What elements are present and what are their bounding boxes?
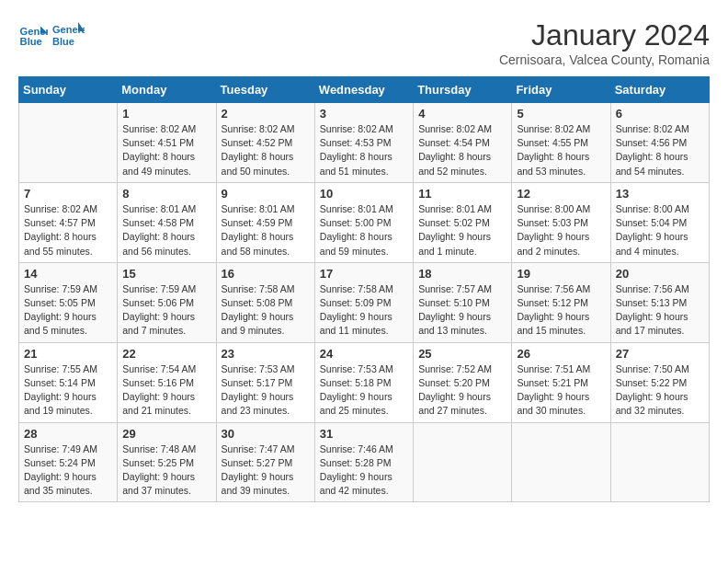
calendar-cell: 3 Sunrise: 8:02 AMSunset: 4:53 PMDayligh… [314,103,413,183]
day-info: Sunrise: 7:48 AMSunset: 5:25 PMDaylight:… [122,443,196,497]
header-sunday: Sunday [19,77,118,103]
week-row-4: 28 Sunrise: 7:49 AMSunset: 5:24 PMDaylig… [19,422,710,502]
day-number: 10 [320,187,408,201]
day-info: Sunrise: 7:51 AMSunset: 5:21 PMDaylight:… [517,363,590,417]
day-number: 2 [222,107,310,121]
day-info: Sunrise: 7:47 AMSunset: 5:27 PMDaylight:… [222,443,295,497]
day-info: Sunrise: 7:58 AMSunset: 5:09 PMDaylight:… [320,283,393,337]
calendar-cell: 27 Sunrise: 7:50 AMSunset: 5:22 PMDaylig… [610,342,709,422]
calendar-cell: 28 Sunrise: 7:49 AMSunset: 5:24 PMDaylig… [19,422,118,502]
day-number: 31 [320,427,408,441]
day-info: Sunrise: 8:01 AMSunset: 4:59 PMDaylight:… [222,203,295,257]
day-number: 5 [517,107,605,121]
calendar-cell: 16 Sunrise: 7:58 AMSunset: 5:08 PMDaylig… [216,262,314,342]
day-info: Sunrise: 7:55 AMSunset: 5:14 PMDaylight:… [24,363,97,417]
calendar-cell [19,103,118,183]
calendar-cell: 17 Sunrise: 7:58 AMSunset: 5:09 PMDaylig… [314,262,413,342]
day-info: Sunrise: 8:01 AMSunset: 5:00 PMDaylight:… [320,203,393,257]
header-saturday: Saturday [610,77,709,103]
calendar-cell: 13 Sunrise: 8:00 AMSunset: 5:04 PMDaylig… [610,182,709,262]
calendar-cell: 30 Sunrise: 7:47 AMSunset: 5:27 PMDaylig… [216,422,314,502]
week-row-1: 7 Sunrise: 8:02 AMSunset: 4:57 PMDayligh… [19,182,710,262]
calendar-cell [512,422,610,502]
logo-icon: General Blue [18,20,48,50]
day-info: Sunrise: 8:02 AMSunset: 4:53 PMDaylight:… [320,123,393,177]
day-info: Sunrise: 7:57 AMSunset: 5:10 PMDaylight:… [418,283,492,337]
logo: General Blue General Blue [18,18,85,52]
day-info: Sunrise: 8:02 AMSunset: 4:52 PMDaylight:… [222,123,295,177]
day-number: 17 [320,267,408,281]
day-info: Sunrise: 8:00 AMSunset: 5:04 PMDaylight:… [616,203,689,257]
calendar-cell: 10 Sunrise: 8:01 AMSunset: 5:00 PMDaylig… [314,182,413,262]
day-info: Sunrise: 7:56 AMSunset: 5:13 PMDaylight:… [616,283,689,337]
calendar-cell: 21 Sunrise: 7:55 AMSunset: 5:14 PMDaylig… [19,342,118,422]
calendar-cell: 15 Sunrise: 7:59 AMSunset: 5:06 PMDaylig… [118,262,216,342]
day-info: Sunrise: 7:59 AMSunset: 5:05 PMDaylight:… [24,283,97,337]
day-info: Sunrise: 7:56 AMSunset: 5:12 PMDaylight:… [517,283,590,337]
day-number: 24 [320,347,408,361]
day-info: Sunrise: 8:02 AMSunset: 4:56 PMDaylight:… [616,123,689,177]
calendar-table: SundayMondayTuesdayWednesdayThursdayFrid… [18,76,710,502]
day-number: 21 [24,347,112,361]
day-number: 30 [222,427,310,441]
day-info: Sunrise: 8:02 AMSunset: 4:55 PMDaylight:… [517,123,590,177]
header-wednesday: Wednesday [314,77,413,103]
day-info: Sunrise: 8:02 AMSunset: 4:57 PMDaylight:… [24,203,97,257]
week-row-2: 14 Sunrise: 7:59 AMSunset: 5:05 PMDaylig… [19,262,710,342]
calendar-cell: 2 Sunrise: 8:02 AMSunset: 4:52 PMDayligh… [216,103,314,183]
day-number: 16 [222,267,310,281]
week-row-3: 21 Sunrise: 7:55 AMSunset: 5:14 PMDaylig… [19,342,710,422]
day-number: 15 [122,267,210,281]
page-header: General Blue General Blue January 2024 C… [18,18,710,67]
week-row-0: 1 Sunrise: 8:02 AMSunset: 4:51 PMDayligh… [19,103,710,183]
day-number: 4 [418,107,506,121]
calendar-cell: 12 Sunrise: 8:00 AMSunset: 5:03 PMDaylig… [512,182,610,262]
day-number: 27 [616,347,704,361]
calendar-body: 1 Sunrise: 8:02 AMSunset: 4:51 PMDayligh… [19,103,710,502]
svg-text:Blue: Blue [20,36,42,47]
day-number: 28 [24,427,112,441]
day-number: 3 [320,107,408,121]
calendar-cell: 24 Sunrise: 7:53 AMSunset: 5:18 PMDaylig… [314,342,413,422]
location: Cernisoara, Valcea County, Romania [499,52,710,67]
calendar-cell: 18 Sunrise: 7:57 AMSunset: 5:10 PMDaylig… [414,262,512,342]
general-blue-logo-icon: General Blue [51,18,85,52]
calendar-cell: 14 Sunrise: 7:59 AMSunset: 5:05 PMDaylig… [19,262,118,342]
day-number: 19 [517,267,605,281]
calendar-cell: 23 Sunrise: 7:53 AMSunset: 5:17 PMDaylig… [216,342,314,422]
day-number: 23 [222,347,310,361]
day-number: 20 [616,267,704,281]
calendar-cell [610,422,709,502]
day-info: Sunrise: 7:52 AMSunset: 5:20 PMDaylight:… [418,363,492,417]
day-info: Sunrise: 8:02 AMSunset: 4:54 PMDaylight:… [418,123,492,177]
day-info: Sunrise: 8:00 AMSunset: 5:03 PMDaylight:… [517,203,590,257]
day-number: 25 [418,347,506,361]
calendar-cell: 22 Sunrise: 7:54 AMSunset: 5:16 PMDaylig… [118,342,216,422]
day-info: Sunrise: 7:46 AMSunset: 5:28 PMDaylight:… [320,443,393,497]
month-title: January 2024 [499,18,710,52]
day-info: Sunrise: 7:53 AMSunset: 5:18 PMDaylight:… [320,363,393,417]
day-number: 13 [616,187,704,201]
day-number: 1 [122,107,210,121]
calendar-cell: 6 Sunrise: 8:02 AMSunset: 4:56 PMDayligh… [610,103,709,183]
day-number: 22 [122,347,210,361]
day-number: 11 [418,187,506,201]
day-info: Sunrise: 7:58 AMSunset: 5:08 PMDaylight:… [222,283,295,337]
day-number: 26 [517,347,605,361]
calendar-cell [414,422,512,502]
day-number: 18 [418,267,506,281]
day-info: Sunrise: 7:50 AMSunset: 5:22 PMDaylight:… [616,363,689,417]
day-info: Sunrise: 7:59 AMSunset: 5:06 PMDaylight:… [122,283,196,337]
calendar-cell: 1 Sunrise: 8:02 AMSunset: 4:51 PMDayligh… [118,103,216,183]
calendar-cell: 7 Sunrise: 8:02 AMSunset: 4:57 PMDayligh… [19,182,118,262]
calendar-cell: 8 Sunrise: 8:01 AMSunset: 4:58 PMDayligh… [118,182,216,262]
calendar-cell: 20 Sunrise: 7:56 AMSunset: 5:13 PMDaylig… [610,262,709,342]
day-number: 14 [24,267,112,281]
day-info: Sunrise: 8:01 AMSunset: 4:58 PMDaylight:… [122,203,196,257]
calendar-cell: 29 Sunrise: 7:48 AMSunset: 5:25 PMDaylig… [118,422,216,502]
day-number: 29 [122,427,210,441]
header-friday: Friday [512,77,610,103]
day-number: 7 [24,187,112,201]
day-number: 9 [222,187,310,201]
calendar-cell: 25 Sunrise: 7:52 AMSunset: 5:20 PMDaylig… [414,342,512,422]
